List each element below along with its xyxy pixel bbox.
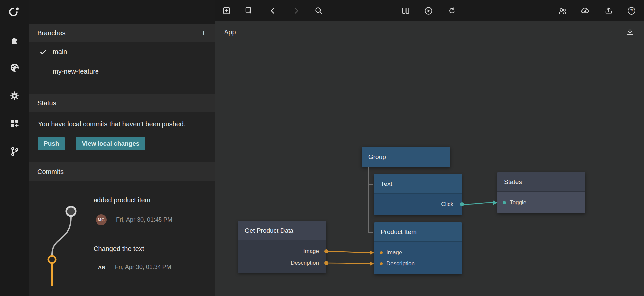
- canvas-breadcrumb[interactable]: App: [224, 28, 236, 36]
- node-canvas[interactable]: App Group Text Click States: [215, 21, 644, 296]
- help-icon: ?: [627, 6, 636, 15]
- output-port-description[interactable]: Description: [238, 257, 326, 269]
- commit-title[interactable]: Changed the text: [94, 245, 144, 253]
- refresh-button[interactable]: [445, 4, 459, 17]
- commit-date: Fri, Apr 30, 01:45 PM: [116, 216, 172, 223]
- insert-component-icon: [245, 6, 253, 15]
- insert-component-button[interactable]: [242, 4, 256, 17]
- commit-meta: MC Fri, Apr 30, 01:45 PM: [96, 214, 172, 225]
- node-label: Get Product Data: [245, 227, 293, 234]
- node-get-product-data[interactable]: Get Product Data Image Description: [238, 221, 326, 273]
- node-label: Text: [381, 180, 392, 187]
- node-label: Product Item: [381, 228, 417, 236]
- branch-item-my-new-feature[interactable]: my-new-feature: [29, 62, 215, 81]
- status-body: You have local commits that haven't been…: [29, 112, 215, 150]
- input-port-description[interactable]: Description: [374, 258, 462, 269]
- commit-graph-line: [52, 216, 71, 255]
- search-button[interactable]: [312, 4, 325, 17]
- components-icon[interactable]: [6, 115, 23, 132]
- status-header: Status: [29, 94, 215, 112]
- status-message: You have local commits that haven't been…: [38, 119, 194, 130]
- node-label: States: [504, 178, 522, 185]
- panel-top-strip: [29, 0, 215, 24]
- refresh-icon: [448, 6, 456, 15]
- add-node-icon: [222, 6, 231, 15]
- chevron-left-icon: [269, 6, 277, 15]
- connection-image[interactable]: [326, 251, 370, 253]
- search-icon: [314, 6, 323, 15]
- orange-port-dot: [380, 251, 383, 254]
- current-branch-check-icon: [39, 48, 48, 56]
- connection-arrowhead: [370, 251, 374, 255]
- push-button[interactable]: Push: [38, 137, 65, 150]
- download-icon: [626, 28, 634, 36]
- connection-description[interactable]: [326, 263, 370, 264]
- node-label: Group: [368, 153, 386, 161]
- commit-meta: AN Fri, Apr 30, 01:34 PM: [98, 264, 171, 271]
- commits-list: added product item MC Fri, Apr 30, 01:45…: [29, 181, 215, 286]
- connection-arrowhead: [370, 262, 374, 266]
- editor-toolbar: ?: [215, 0, 644, 21]
- commit-title[interactable]: added product item: [94, 196, 150, 204]
- cloud-sync-button[interactable]: [578, 4, 592, 17]
- branch-item-main[interactable]: main: [29, 42, 215, 62]
- version-control-panel: Branches + main my-new-feature Status Yo…: [29, 0, 215, 296]
- styles-palette-icon[interactable]: [6, 59, 23, 76]
- commit-date: Fri, Apr 30, 01:34 PM: [115, 264, 171, 271]
- status-title: Status: [37, 99, 56, 107]
- users-icon: [558, 6, 567, 15]
- connection-click-toggle[interactable]: [462, 203, 493, 204]
- branches-title: Branches: [37, 29, 66, 37]
- svg-text:?: ?: [630, 8, 633, 13]
- upload-icon: [604, 6, 613, 15]
- help-button[interactable]: ?: [625, 4, 638, 17]
- avatar: MC: [96, 214, 107, 225]
- input-port-image[interactable]: Image: [374, 247, 462, 258]
- commit-divider: [29, 283, 215, 283]
- node-product-item[interactable]: Product Item Image Description: [374, 222, 462, 274]
- run-preview-button[interactable]: [422, 4, 435, 17]
- input-port-toggle[interactable]: Toggle: [503, 199, 526, 206]
- branch-name: my-new-feature: [53, 68, 99, 75]
- connection-arrowhead: [493, 201, 497, 205]
- deploy-button[interactable]: [602, 4, 615, 17]
- download-button[interactable]: [623, 25, 637, 38]
- split-view-icon: [401, 6, 410, 15]
- commits-header: Commits: [29, 162, 215, 181]
- version-control-branch-icon[interactable]: [6, 143, 23, 160]
- nav-back-button[interactable]: [266, 4, 280, 17]
- add-node-button[interactable]: [220, 4, 233, 17]
- node-states[interactable]: States Toggle: [497, 172, 585, 213]
- plugins-icon[interactable]: [6, 32, 23, 48]
- commit-divider: [29, 234, 215, 234]
- nav-forward-button[interactable]: [290, 4, 303, 17]
- orange-port-dot: [380, 262, 383, 265]
- collaborators-button[interactable]: [556, 4, 569, 17]
- settings-gear-icon[interactable]: [6, 87, 23, 104]
- view-local-changes-button[interactable]: View local changes: [76, 137, 145, 150]
- branch-name: main: [53, 48, 67, 56]
- commit-node[interactable]: [66, 207, 76, 216]
- main-area: ? App Group Text Click: [215, 0, 644, 296]
- commits-title: Commits: [37, 168, 64, 176]
- commit-node[interactable]: [48, 256, 56, 263]
- node-text[interactable]: Text Click: [374, 174, 462, 215]
- avatar-initials: AN: [98, 264, 106, 270]
- branches-header: Branches +: [29, 24, 215, 42]
- cloud-sync-icon: [580, 6, 590, 15]
- add-branch-button[interactable]: +: [201, 28, 206, 37]
- split-view-button[interactable]: [399, 4, 412, 17]
- chevron-right-icon: [292, 6, 300, 15]
- output-port-image[interactable]: Image: [238, 245, 326, 257]
- hierarchy-line: [368, 167, 373, 232]
- node-group[interactable]: Group: [362, 147, 450, 167]
- activity-bar: [0, 0, 29, 296]
- play-icon: [424, 6, 433, 15]
- noodl-logo-icon[interactable]: [6, 3, 23, 20]
- output-port-click[interactable]: Click: [441, 201, 453, 208]
- teal-port-dot: [503, 201, 506, 204]
